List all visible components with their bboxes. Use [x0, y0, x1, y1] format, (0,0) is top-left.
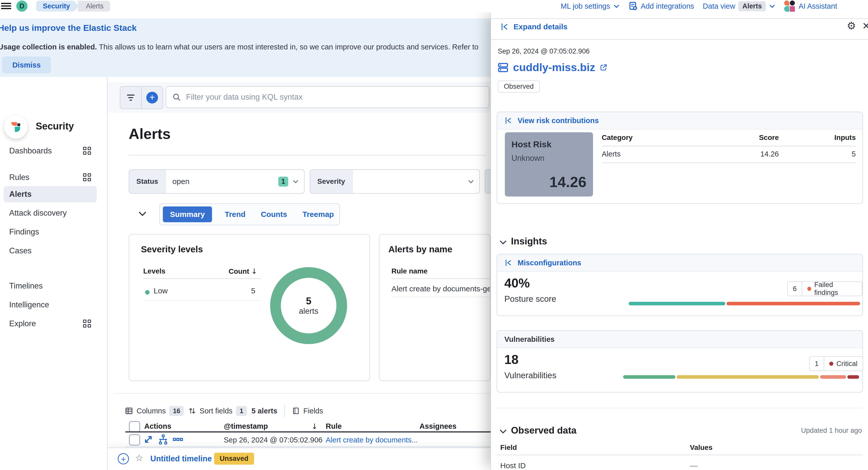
- tab-trend[interactable]: Trend: [222, 210, 248, 219]
- inputs-column-header: Inputs: [829, 133, 856, 142]
- risk-score-cell: 14.26: [752, 150, 779, 158]
- observed-field-cell: Host ID: [500, 461, 526, 470]
- banner-title[interactable]: Help us improve the Elastic Stack: [0, 23, 136, 33]
- sidebar-item-explore[interactable]: Explore: [4, 316, 97, 332]
- row-checkbox[interactable]: [129, 434, 140, 445]
- status-filter-value: open: [166, 177, 196, 186]
- status-filter[interactable]: Status open 1: [129, 169, 305, 194]
- external-link-icon[interactable]: [599, 63, 608, 72]
- breadcrumb-security[interactable]: Security: [36, 1, 79, 11]
- filter-icon: [126, 93, 135, 102]
- gear-icon[interactable]: ⚙: [847, 20, 856, 32]
- kql-search-input[interactable]: [186, 92, 483, 102]
- sidebar-item-rules[interactable]: Rules: [4, 169, 97, 186]
- search-icon: [172, 93, 181, 101]
- fields-button[interactable]: Fields: [292, 407, 323, 415]
- timeline-title[interactable]: Untitled timeline: [150, 454, 212, 463]
- close-icon[interactable]: ✕: [862, 21, 868, 32]
- ai-assistant-button[interactable]: AI Assistant: [784, 1, 837, 12]
- posture-score-bar: [629, 302, 860, 305]
- star-icon[interactable]: ☆: [135, 453, 143, 463]
- tab-counts[interactable]: Counts: [258, 210, 289, 219]
- sidebar-item-cases[interactable]: Cases: [4, 243, 97, 259]
- rule-link[interactable]: Alert create by documents...: [326, 436, 418, 444]
- add-filter-button[interactable]: +: [141, 87, 163, 108]
- severity-filter[interactable]: Severity: [310, 169, 480, 194]
- bar-segment-medium: [677, 375, 819, 379]
- critical-count: 1: [810, 357, 824, 371]
- vulnerabilities-severity-bar: [623, 375, 860, 379]
- ml-job-settings-button[interactable]: ML job settings: [561, 2, 620, 10]
- timestamp-column-header[interactable]: @timestamp: [224, 422, 268, 431]
- clipped-filter-control: [485, 169, 491, 194]
- top-bar: D Security Alerts ML job settings Add in…: [0, 0, 868, 12]
- analyzer-graph-icon[interactable]: [157, 434, 169, 445]
- divider: [129, 155, 486, 155]
- sort-down-arrow-icon: ↓: [251, 267, 257, 276]
- card-title: Alerts by name: [389, 244, 452, 254]
- bar-segment-critical: [847, 375, 859, 379]
- divider: [497, 408, 863, 408]
- alerts-count-label: 5 alerts: [251, 407, 278, 415]
- bar-segment-low: [623, 375, 675, 379]
- sidebar-item-findings[interactable]: Findings: [4, 224, 97, 240]
- failed-findings-badge: 6 Failed findings: [787, 281, 862, 296]
- chart-view-tabs: Summary Trend Counts Treemap: [159, 203, 340, 225]
- columns-count-badge: 16: [169, 406, 184, 416]
- host-icon: [497, 62, 509, 73]
- sidebar-item-alerts[interactable]: Alerts: [4, 186, 97, 202]
- vulnerabilities-panel: Vulnerabilities 18 Vulnerabilities 1 Cri…: [497, 330, 863, 393]
- select-all-checkbox[interactable]: [129, 421, 140, 432]
- tab-treemap[interactable]: Treemap: [300, 210, 336, 219]
- more-actions-icon[interactable]: [172, 434, 184, 445]
- chevron-down-icon: [769, 3, 775, 9]
- dismiss-button[interactable]: Dismiss: [2, 57, 51, 73]
- add-timeline-icon[interactable]: +: [118, 453, 129, 464]
- data-view-label: Data view: [703, 2, 735, 10]
- bar-segment-passed: [629, 302, 725, 305]
- columns-button[interactable]: Columns 16: [125, 406, 184, 416]
- sidebar-title: Security: [36, 121, 74, 132]
- count-column-header[interactable]: Count ↓: [228, 267, 257, 276]
- failed-findings-count: 6: [788, 282, 802, 296]
- add-integrations-button[interactable]: Add integrations: [628, 2, 694, 11]
- sidebar-item-label: Rules: [9, 173, 29, 182]
- unsaved-badge: Unsaved: [214, 453, 254, 465]
- host-name-link[interactable]: cuddly-miss.biz: [513, 61, 595, 74]
- sidebar-item-timelines[interactable]: Timelines: [4, 278, 97, 294]
- sidebar-item-attack-discovery[interactable]: Attack discovery: [4, 205, 97, 221]
- alerts-by-name-card: Alerts by name Rule name Alert create by…: [379, 234, 491, 381]
- tab-summary[interactable]: Summary: [163, 207, 212, 222]
- sidebar-item-label: Explore: [9, 319, 36, 328]
- collapse-section-chevron[interactable]: [137, 209, 147, 219]
- observed-value-cell: —: [690, 461, 698, 470]
- misconfigurations-link[interactable]: Misconfigurations: [518, 259, 581, 267]
- vulnerabilities-header: Vulnerabilities: [497, 331, 862, 348]
- security-logo[interactable]: [4, 115, 28, 139]
- filter-sets-button[interactable]: [120, 87, 141, 108]
- divider: [125, 446, 491, 447]
- expand-details-button[interactable]: Expand details: [500, 23, 567, 31]
- insights-section-chevron[interactable]: [499, 238, 507, 247]
- severity-count-cell: 5: [238, 286, 255, 295]
- sort-fields-button[interactable]: Sort fields 1: [188, 406, 247, 416]
- rule-name-cell: Alert create by documents-genera: [392, 284, 491, 293]
- sidebar-item-label: Dashboards: [9, 146, 52, 155]
- avatar[interactable]: D: [16, 1, 28, 12]
- sort-down-arrow-icon[interactable]: ↓: [311, 422, 317, 431]
- chevron-down-icon: [468, 178, 474, 185]
- sort-count-badge: 1: [236, 406, 247, 416]
- data-view-picker[interactable]: Data view Alerts: [703, 1, 776, 11]
- count-header-label: Count: [228, 268, 249, 275]
- risk-inputs-cell: 5: [829, 150, 856, 158]
- view-risk-contributions-link[interactable]: View risk contributions: [518, 117, 599, 125]
- donut-value: 5: [306, 296, 311, 307]
- expand-alert-icon[interactable]: [143, 434, 154, 445]
- sidebar-item-dashboards[interactable]: Dashboards: [4, 143, 97, 159]
- menu-icon[interactable]: [1, 2, 11, 11]
- sidebar-item-intelligence[interactable]: Intelligence: [4, 297, 97, 313]
- observed-data-chevron[interactable]: [499, 427, 507, 436]
- critical-dot: [829, 362, 833, 366]
- rule-column-header[interactable]: Rule: [326, 422, 342, 431]
- sidebar-item-label: Cases: [9, 246, 32, 255]
